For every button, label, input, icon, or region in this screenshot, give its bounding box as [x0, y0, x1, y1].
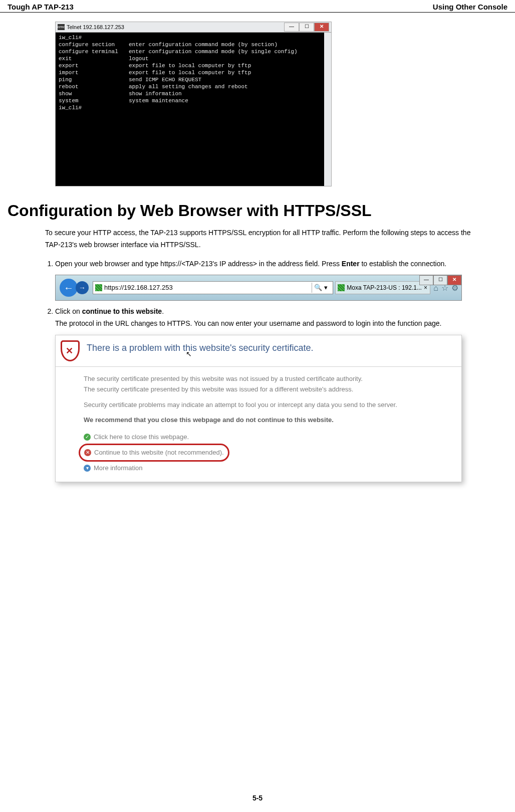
cert-p1: The security certificate presented by th… — [84, 375, 363, 382]
url-field[interactable]: https://192.168.127.253 🔍 ▾ — [93, 281, 333, 294]
browser-maximize-button[interactable]: ☐ — [433, 275, 447, 285]
magnify-icon: 🔍 — [314, 282, 322, 293]
header-right: Using Other Console — [433, 3, 507, 11]
more-info-link[interactable]: ▾ More information — [84, 462, 456, 475]
step-2: Click on continue to this website. The p… — [55, 306, 482, 482]
page-number: 5-5 — [0, 794, 515, 802]
forward-button[interactable]: → — [76, 281, 89, 294]
cmd-icon: cmd — [58, 24, 65, 30]
telnet-titlebar: cmd Telnet 192.168.127.253 — ☐ ✕ — [56, 22, 331, 33]
search-dropdown-icon: ▾ — [324, 282, 328, 293]
terminal-output: ▴ ▾ iw_cli# configure sectionenter confi… — [56, 33, 331, 186]
browser-close-button[interactable]: ✕ — [447, 275, 461, 285]
close-webpage-link[interactable]: ✓ Click here to close this webpage. — [84, 431, 456, 444]
moxa-favicon-icon — [95, 284, 102, 291]
telnet-title: Telnet 192.168.127.253 — [67, 24, 284, 30]
shield-error-icon — [61, 340, 80, 361]
url-text: https://192.168.127.253 — [104, 282, 309, 293]
intro-paragraph: To secure your HTTP access, the TAP-213 … — [45, 227, 482, 251]
cert-p2: The security certificate presented by th… — [84, 385, 353, 393]
cert-p3: Security certificate problems may indica… — [84, 400, 456, 411]
cert-warning-title: There is a problem with this website's s… — [87, 340, 314, 356]
tab-favicon-icon — [338, 284, 345, 291]
telnet-window: cmd Telnet 192.168.127.253 — ☐ ✕ ▴ ▾ iw_… — [55, 22, 332, 186]
browser-minimize-button[interactable]: — — [419, 275, 433, 285]
scroll-up-icon[interactable]: ▴ — [324, 33, 331, 40]
info-icon: ▾ — [84, 465, 91, 472]
cursor-icon: ↖ — [186, 348, 192, 360]
minimize-button[interactable]: — — [284, 23, 299, 32]
close-button[interactable]: ✕ — [314, 23, 329, 32]
maximize-button[interactable]: ☐ — [299, 23, 314, 32]
browser-bar: — ☐ ✕ ← → https://192.168.127.253 🔍 ▾ — [55, 275, 462, 301]
x-icon: ✕ — [84, 449, 91, 456]
step-2-description: The protocol in the URL changes to HTTPS… — [55, 318, 482, 330]
step-1: Open your web browser and type https://<… — [55, 258, 482, 301]
section-title: Configuration by Web Browser with HTTPS/… — [8, 201, 507, 220]
back-button[interactable]: ← — [60, 279, 78, 297]
tab-title: Moxa TAP-213-US : 192.1... — [347, 283, 422, 293]
cert-recommend: We recommend that you close this webpage… — [84, 415, 456, 426]
search-box[interactable]: 🔍 ▾ — [312, 283, 328, 293]
scroll-down-icon[interactable]: ▾ — [324, 179, 331, 186]
check-icon: ✓ — [84, 434, 91, 441]
header-left: Tough AP TAP-213 — [8, 3, 74, 11]
continue-website-link[interactable]: ✕ Continue to this website (not recommen… — [79, 444, 229, 462]
certificate-warning-box: There is a problem with this website's s… — [55, 335, 462, 482]
browser-tab[interactable]: Moxa TAP-213-US : 192.1... × — [335, 281, 430, 294]
